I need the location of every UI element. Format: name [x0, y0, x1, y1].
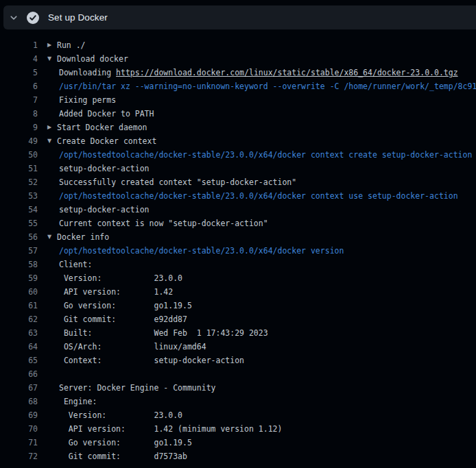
log-group-row[interactable]: 1▶Run ./	[0, 38, 476, 52]
collapse-triangle-icon[interactable]: ▼	[47, 52, 57, 66]
log-line-text: Go version: go1.19.5	[59, 299, 192, 312]
log-text-segment: Downloading	[59, 68, 116, 77]
line-number[interactable]: 49	[0, 134, 38, 148]
line-number[interactable]: 53	[0, 189, 38, 203]
line-number[interactable]: 57	[0, 244, 38, 258]
log-group-row[interactable]: 9▶Start Docker daemon	[0, 121, 476, 134]
line-number[interactable]: 65	[0, 354, 38, 367]
log-rows: 1▶Run ./4▼Download docker5Downloading ht…	[0, 38, 476, 463]
log-text-segment: /usr/bin/tar xz --warning=no-unknown-key…	[59, 82, 476, 91]
line-number[interactable]: 50	[0, 148, 38, 162]
log-line-text: Fixing perms	[59, 93, 116, 107]
line-number[interactable]: 61	[0, 299, 38, 312]
line-number[interactable]: 1	[0, 38, 38, 52]
line-number[interactable]: 72	[0, 449, 38, 463]
log-text-segment: Server: Docker Engine - Community	[59, 383, 215, 393]
log-group-row[interactable]: 4▼Download docker	[0, 52, 476, 66]
group-title[interactable]: Create Docker context	[57, 134, 156, 148]
line-number[interactable]: 62	[0, 312, 38, 326]
line-number[interactable]: 67	[0, 381, 38, 395]
line-number[interactable]: 69	[0, 408, 38, 422]
log-row: 54setup-docker-action	[0, 203, 476, 217]
log-row: 59 Version: 23.0.0	[0, 271, 476, 285]
log-line-text: Git commit: d7573ab	[59, 449, 187, 463]
step-title: Set up Docker	[48, 12, 108, 23]
log-text-segment: API version: 1.42 (minimum version 1.12)	[59, 424, 282, 434]
expand-triangle-icon[interactable]: ▶	[47, 38, 57, 52]
log-text-segment: Fixing perms	[59, 95, 116, 105]
log-group-row[interactable]: 49▼Create Docker context	[0, 134, 476, 148]
log-text-segment: Version: 23.0.0	[59, 410, 182, 420]
step-header[interactable]: Set up Docker	[3, 5, 476, 29]
line-number[interactable]: 5	[0, 66, 38, 79]
log-text-segment: setup-docker-action	[59, 164, 150, 173]
log-row: 70 API version: 1.42 (minimum version 1.…	[0, 422, 476, 436]
success-check-icon	[27, 12, 39, 24]
line-number[interactable]: 8	[0, 107, 38, 121]
expand-triangle-icon[interactable]: ▶	[47, 121, 57, 134]
log-container: 1▶Run ./4▼Download docker5Downloading ht…	[0, 29, 476, 468]
log-line-text: Context: setup-docker-action	[59, 354, 244, 367]
line-number[interactable]: 7	[0, 93, 38, 107]
log-row: 67Server: Docker Engine - Community	[0, 381, 476, 395]
line-number[interactable]: 59	[0, 271, 38, 285]
log-line-text: API version: 1.42	[59, 285, 173, 299]
line-number[interactable]: 55	[0, 217, 38, 230]
log-row: 50/opt/hostedtoolcache/docker-stable/23.…	[0, 148, 476, 162]
group-title[interactable]: Docker info	[57, 230, 109, 244]
log-line-text: Current context is now "setup-docker-act…	[59, 217, 268, 230]
line-number[interactable]: 64	[0, 340, 38, 354]
log-command-line: /opt/hostedtoolcache/docker-stable/23.0.…	[59, 148, 472, 162]
log-line-text: Downloading https://download.docker.com/…	[59, 66, 458, 79]
line-number[interactable]: 6	[0, 79, 38, 93]
collapse-triangle-icon[interactable]: ▼	[47, 230, 57, 244]
log-group-row[interactable]: 56▼Docker info	[0, 230, 476, 244]
line-number[interactable]: 66	[0, 367, 38, 381]
log-line-text: Version: 23.0.0	[59, 271, 182, 285]
log-url-link[interactable]: https://download.docker.com/linux/static…	[116, 68, 458, 77]
line-number[interactable]: 51	[0, 162, 38, 175]
line-number[interactable]: 63	[0, 326, 38, 340]
group-title[interactable]: Start Docker daemon	[57, 121, 147, 134]
log-row: 5Downloading https://download.docker.com…	[0, 66, 476, 79]
log-line-text: setup-docker-action	[59, 162, 150, 175]
log-line-text: Version: 23.0.0	[59, 408, 182, 422]
log-command-line: /opt/hostedtoolcache/docker-stable/23.0.…	[59, 189, 458, 203]
log-text-segment: Git commit: e92dd87	[59, 315, 187, 324]
log-text-segment: Git commit: d7573ab	[59, 452, 187, 461]
log-text-segment: Go version: go1.19.5	[59, 438, 192, 447]
log-text-segment: Version: 23.0.0	[59, 273, 182, 283]
log-text-segment: /opt/hostedtoolcache/docker-stable/23.0.…	[59, 150, 472, 160]
line-number[interactable]: 9	[0, 121, 38, 134]
log-row: 60 API version: 1.42	[0, 285, 476, 299]
log-line-text: Git commit: e92dd87	[59, 312, 187, 326]
log-row: 55Current context is now "setup-docker-a…	[0, 217, 476, 230]
log-row: 68 Engine:	[0, 395, 476, 408]
log-row: 62 Git commit: e92dd87	[0, 312, 476, 326]
log-text-segment: Go version: go1.19.5	[59, 301, 192, 310]
line-number[interactable]: 54	[0, 203, 38, 217]
line-number[interactable]: 71	[0, 436, 38, 449]
group-title[interactable]: Download docker	[57, 52, 128, 66]
line-number[interactable]: 70	[0, 422, 38, 436]
log-text-segment: Built: Wed Feb 1 17:43:29 2023	[59, 328, 268, 338]
line-number[interactable]: 60	[0, 285, 38, 299]
group-title[interactable]: Run ./	[57, 38, 86, 52]
log-line-text: OS/Arch: linux/amd64	[59, 340, 206, 354]
log-line-text: Go version: go1.19.5	[59, 436, 192, 449]
log-row: 52Successfully created context "setup-do…	[0, 175, 476, 189]
collapse-triangle-icon[interactable]: ▼	[47, 134, 57, 148]
line-number[interactable]: 58	[0, 258, 38, 271]
log-line-text: Engine:	[59, 395, 97, 408]
log-text-segment: Added Docker to PATH	[59, 109, 154, 119]
log-command-line: /usr/bin/tar xz --warning=no-unknown-key…	[59, 79, 476, 93]
line-number[interactable]: 52	[0, 175, 38, 189]
line-number[interactable]: 56	[0, 230, 38, 244]
line-number[interactable]: 4	[0, 52, 38, 66]
log-row: 63 Built: Wed Feb 1 17:43:29 2023	[0, 326, 476, 340]
log-text-segment: /opt/hostedtoolcache/docker-stable/23.0.…	[59, 191, 458, 201]
chevron-down-icon[interactable]	[10, 14, 18, 22]
log-row: 71 Go version: go1.19.5	[0, 436, 476, 449]
log-line-text: API version: 1.42 (minimum version 1.12)	[59, 422, 282, 436]
line-number[interactable]: 68	[0, 395, 38, 408]
